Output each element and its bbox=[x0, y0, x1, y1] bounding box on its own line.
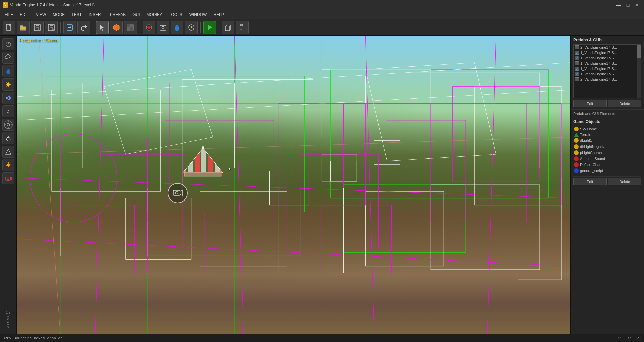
toolbar-water-btn[interactable] bbox=[171, 21, 183, 34]
toolbar-play-btn[interactable] bbox=[203, 21, 216, 34]
menu-help[interactable]: HELP bbox=[210, 11, 227, 18]
prefab-checkbox-3[interactable]: ✓ bbox=[575, 61, 579, 65]
go-item-dlight1[interactable]: dLight1 bbox=[573, 137, 641, 144]
menu-test[interactable]: TEST bbox=[68, 11, 85, 18]
menu-mode[interactable]: MODE bbox=[49, 11, 68, 18]
tool-lightning[interactable] bbox=[2, 159, 14, 171]
tool-sound[interactable] bbox=[2, 92, 14, 104]
prefab-item-3[interactable]: ✓ 1_VandaEngine17-S... bbox=[574, 61, 641, 66]
toolbar-screenshot-btn[interactable] bbox=[157, 21, 169, 34]
toolbar-save-btn[interactable] bbox=[31, 21, 44, 34]
go-icon-ambientsound bbox=[574, 156, 579, 161]
prefab-delete-btn[interactable]: Delete bbox=[608, 100, 642, 107]
tool-terrain[interactable] bbox=[2, 146, 14, 158]
prefab-buttons: Edit Delete bbox=[573, 100, 641, 107]
go-label-dirlightneg: dirLightNegative bbox=[580, 145, 607, 149]
minimize-button[interactable]: — bbox=[614, 1, 623, 9]
menu-prefab[interactable]: PREFAB bbox=[107, 11, 129, 18]
go-item-skydome[interactable]: Sky Dome bbox=[573, 126, 641, 132]
toolbar-separator-1 bbox=[60, 22, 61, 33]
prefab-checkbox-1[interactable]: ✓ bbox=[575, 51, 579, 55]
prefab-checkbox-0[interactable]: ✓ bbox=[575, 45, 579, 49]
menu-view[interactable]: VIEW bbox=[33, 11, 50, 18]
viewport[interactable]: Perspective : VScene + bbox=[17, 36, 570, 334]
go-label-defaultchar: Default Character bbox=[580, 163, 609, 167]
go-icon-defaultchar bbox=[574, 162, 579, 167]
prefab-checkbox-2[interactable]: ✓ bbox=[575, 56, 579, 60]
go-edit-btn[interactable]: Edit bbox=[573, 178, 607, 185]
prefab-checkbox-6[interactable]: ✓ bbox=[575, 77, 579, 81]
prefab-edit-btn[interactable]: Edit bbox=[573, 100, 607, 107]
status-message: 328> Bounding boxes enabled bbox=[3, 336, 63, 340]
menu-file[interactable]: FILE bbox=[1, 11, 16, 18]
toolbar-redo-btn[interactable] bbox=[77, 21, 90, 34]
go-item-terrain[interactable]: Terrain bbox=[573, 132, 641, 137]
tool-music[interactable]: ♫ bbox=[2, 105, 14, 117]
toolbar-terrain-btn[interactable] bbox=[124, 21, 137, 34]
go-item-ambientsound[interactable]: Ambient Sound bbox=[573, 156, 641, 162]
toolbar-add-object-btn[interactable] bbox=[110, 21, 123, 34]
go-icon-terrain bbox=[574, 133, 579, 137]
menu-modify[interactable]: MODIFY bbox=[143, 11, 166, 18]
tool-water[interactable] bbox=[2, 65, 14, 77]
tool-settings-circle[interactable] bbox=[2, 119, 14, 131]
prefab-item-6[interactable]: ✓ 2_VandaEngine17-S... bbox=[574, 77, 641, 82]
menu-window[interactable]: WINDOW bbox=[186, 11, 210, 18]
go-label-skydome: Sky Dome bbox=[580, 127, 597, 131]
toolbar-open-btn[interactable] bbox=[17, 21, 30, 34]
prefab-item-0[interactable]: ✓ 2_VandaEngine17-S... bbox=[574, 45, 641, 50]
toolbar-new-btn[interactable] bbox=[3, 21, 15, 34]
svg-point-48 bbox=[7, 123, 10, 126]
toolbar-record-btn[interactable] bbox=[143, 21, 155, 34]
go-item-plightchurch[interactable]: pLightChurch bbox=[573, 150, 641, 156]
toolbar: + bbox=[0, 19, 644, 36]
prefab-checkbox-4[interactable]: ✓ bbox=[575, 67, 579, 71]
tool-sun[interactable] bbox=[2, 78, 14, 91]
toolbar-saveas-btn[interactable]: + bbox=[45, 21, 58, 34]
tool-power[interactable] bbox=[2, 38, 14, 50]
prefab-item-2[interactable]: ✓ 1_VandaEngine17-S... bbox=[574, 55, 641, 61]
tool-camera-side[interactable] bbox=[2, 172, 14, 184]
menu-gui[interactable]: GUI bbox=[129, 11, 143, 18]
menu-edit[interactable]: EDIT bbox=[16, 11, 32, 18]
status-x: X: bbox=[617, 336, 622, 340]
tool-bell[interactable] bbox=[2, 132, 14, 144]
svg-point-22 bbox=[162, 26, 164, 29]
prefab-item-1[interactable]: ✓ 1_VandaEngine17-S... bbox=[574, 50, 641, 55]
go-item-generalscript[interactable]: general_script bbox=[573, 168, 641, 174]
go-icon-dlight1 bbox=[574, 138, 579, 143]
window-title: Vanda Engine 1.7.4 (default - Sample17Le… bbox=[10, 3, 614, 7]
go-item-defaultchar[interactable]: Default Character bbox=[573, 162, 641, 168]
toolbar-copy-btn[interactable] bbox=[222, 21, 234, 34]
svg-rect-23 bbox=[162, 25, 164, 26]
status-z: Z: bbox=[637, 336, 641, 340]
prefabs-section: Prefabs & GUIs ✓ 2_VandaEngine17-S... ✓ … bbox=[571, 36, 644, 110]
prefab-item-4[interactable]: ✓ 1_VandaEngine17-S... bbox=[574, 66, 641, 71]
toolbar-clock-btn[interactable] bbox=[185, 21, 198, 34]
prefab-checkbox-5[interactable]: ✓ bbox=[575, 72, 579, 76]
menu-tools[interactable]: TOOLS bbox=[165, 11, 185, 18]
maximize-button[interactable]: □ bbox=[624, 1, 632, 9]
go-delete-btn[interactable]: Delete bbox=[608, 178, 642, 185]
svg-point-127 bbox=[202, 146, 204, 148]
svg-rect-122 bbox=[215, 146, 220, 183]
prefab-label-1: 1_VandaEngine17-S... bbox=[580, 51, 617, 55]
svg-rect-117 bbox=[181, 146, 186, 183]
toolbar-paste-btn[interactable] bbox=[236, 21, 249, 34]
svg-point-57 bbox=[7, 178, 9, 180]
menu-insert[interactable]: INSERT bbox=[85, 11, 107, 18]
tool-cloud[interactable] bbox=[2, 52, 14, 64]
svg-rect-16 bbox=[130, 24, 133, 27]
svg-rect-4 bbox=[36, 24, 39, 26]
svg-text:♫: ♫ bbox=[6, 109, 10, 114]
prefab-scrollbar-thumb[interactable] bbox=[637, 45, 641, 58]
prefab-item-5[interactable]: ✓ 1_VandaEngine17-S... bbox=[574, 71, 641, 77]
svg-marker-56 bbox=[10, 177, 12, 180]
close-button[interactable]: ✕ bbox=[633, 1, 641, 9]
svg-rect-7 bbox=[50, 24, 53, 26]
toolbar-select-btn[interactable] bbox=[96, 21, 109, 34]
svg-line-43 bbox=[9, 83, 10, 83]
go-item-dirlightneg[interactable]: dirLightNegative bbox=[573, 144, 641, 150]
toolbar-import-btn[interactable] bbox=[63, 21, 76, 34]
prefab-scrollbar[interactable] bbox=[637, 45, 641, 98]
